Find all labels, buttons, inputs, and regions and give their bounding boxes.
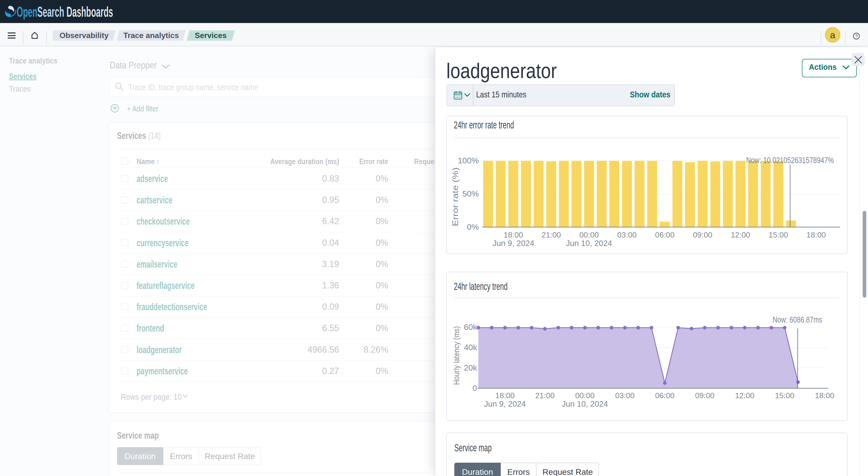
svg-text:03:00: 03:00 — [615, 391, 634, 400]
svg-text:18:00: 18:00 — [495, 391, 515, 400]
svg-text:09:00: 09:00 — [695, 391, 714, 400]
svg-text:20k: 20k — [464, 363, 477, 372]
svg-text:06:00: 06:00 — [655, 391, 675, 400]
svg-text:12:00: 12:00 — [735, 391, 754, 400]
svg-text:Jun 10, 2024: Jun 10, 2024 — [562, 399, 608, 408]
svg-text:00:00: 00:00 — [575, 391, 595, 400]
svg-text:60k: 60k — [464, 322, 477, 332]
svg-text:Now: 6086.87ms: Now: 6086.87ms — [773, 315, 822, 324]
svg-text:15:00: 15:00 — [775, 391, 795, 400]
svg-text:Hourly latency (ms): Hourly latency (ms) — [452, 326, 461, 385]
svg-text:Jun 9, 2024: Jun 9, 2024 — [484, 399, 526, 408]
svg-text:18:00: 18:00 — [815, 391, 834, 400]
svg-text:0: 0 — [472, 383, 477, 393]
svg-text:40k: 40k — [464, 343, 477, 352]
svg-text:21:00: 21:00 — [535, 391, 555, 400]
